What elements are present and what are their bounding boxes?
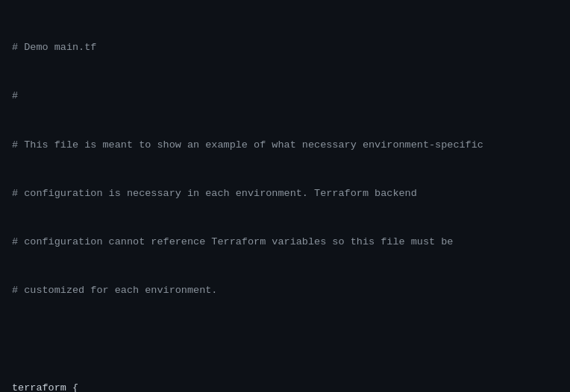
code-content: # Demo main.tf # # This file is meant to… <box>12 7 558 392</box>
code-editor: # Demo main.tf # # This file is meant to… <box>0 0 570 392</box>
line-5: # configuration cannot reference Terrafo… <box>12 234 558 250</box>
line-3: # This file is meant to show an example … <box>12 137 558 154</box>
line-7 <box>12 331 558 347</box>
line-1: # Demo main.tf <box>12 39 558 56</box>
line-8: terraform { <box>12 380 558 393</box>
line-4: # configuration is necessary in each env… <box>12 186 558 202</box>
line-2: # <box>12 88 558 104</box>
line-6: # customized for each environment. <box>12 282 558 299</box>
